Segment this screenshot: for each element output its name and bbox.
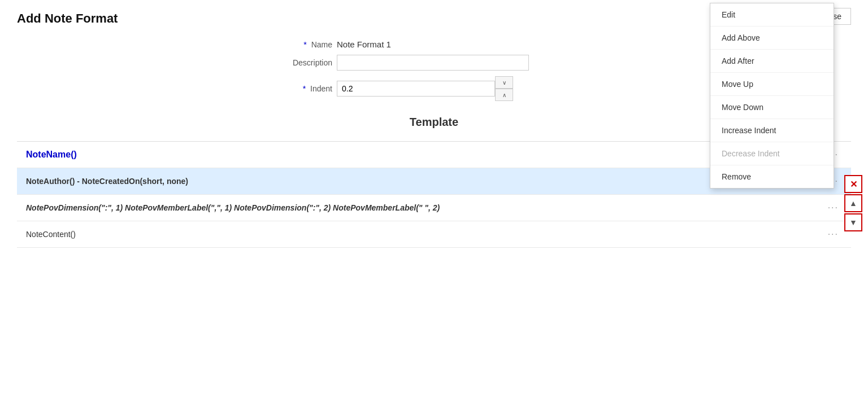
context-menu-add-above[interactable]: Add Above: [710, 27, 834, 50]
context-menu-move-down[interactable]: Move Down: [710, 96, 834, 119]
indent-up-button[interactable]: ∧: [495, 89, 513, 101]
indent-row: * Indent ∨ ∧: [264, 76, 604, 101]
indent-label: * Indent: [264, 84, 332, 93]
context-menu-remove[interactable]: Remove: [710, 165, 834, 188]
context-menu: Edit Add Above Add After Move Up Move Do…: [710, 3, 834, 189]
context-menu-edit[interactable]: Edit: [710, 3, 834, 27]
down-arrow-icon: ▼: [849, 218, 857, 227]
row4-dots-menu[interactable]: ···: [824, 228, 842, 240]
context-menu-move-up[interactable]: Move Up: [710, 73, 834, 96]
row3-content: NotePovDimension(":", 1) NotePovMemberLa…: [26, 203, 824, 212]
row1-content: NoteName(): [26, 150, 824, 160]
row2-content: NoteAuthor() - NoteCreatedOn(short, none…: [26, 177, 824, 186]
side-action-buttons: ✕ ▲ ▼: [844, 175, 862, 231]
template-row-4: NoteContent() ···: [17, 221, 851, 248]
template-row-3: NotePovDimension(":", 1) NotePovMemberLa…: [17, 195, 851, 221]
description-input[interactable]: [337, 55, 529, 71]
description-label: Description: [264, 58, 332, 67]
context-menu-decrease-indent: Decrease Indent: [710, 142, 834, 165]
name-required-star: *: [303, 40, 306, 49]
up-button[interactable]: ▲: [844, 194, 862, 212]
down-button[interactable]: ▼: [844, 213, 862, 231]
context-menu-add-after[interactable]: Add After: [710, 50, 834, 73]
x-icon: ✕: [850, 179, 857, 190]
name-label: * Name: [264, 40, 332, 49]
chevron-down-icon: ∨: [502, 80, 506, 86]
chevron-up-icon: ∧: [502, 92, 506, 98]
indent-buttons: ∨ ∧: [495, 76, 513, 101]
indent-down-button[interactable]: ∨: [495, 76, 513, 89]
indent-label-text: Indent: [310, 84, 332, 93]
name-label-text: Name: [311, 40, 332, 49]
up-arrow-icon: ▲: [849, 199, 857, 208]
indent-input[interactable]: [337, 81, 495, 97]
context-menu-increase-indent[interactable]: Increase Indent: [710, 119, 834, 142]
row4-content: NoteContent(): [26, 230, 824, 239]
description-row: Description: [264, 55, 604, 71]
row3-dots-menu[interactable]: ···: [824, 202, 842, 214]
x-button[interactable]: ✕: [844, 175, 862, 193]
indent-control: ∨ ∧: [337, 76, 513, 101]
indent-required-star: *: [303, 84, 306, 93]
name-row: * Name Note Format 1: [264, 40, 604, 49]
page-container: Add Note Format Close * Name Note Format…: [0, 0, 868, 259]
name-value: Note Format 1: [337, 40, 391, 49]
